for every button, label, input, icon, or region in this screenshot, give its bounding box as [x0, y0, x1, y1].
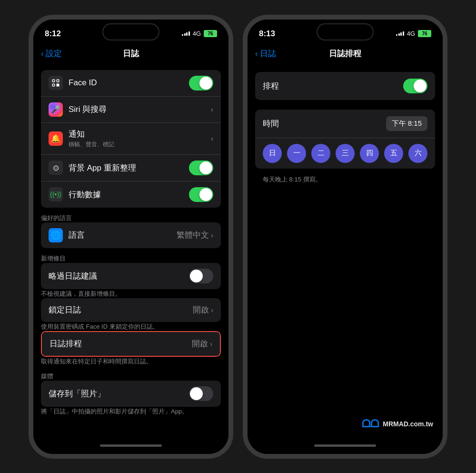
- bar3: [186, 32, 188, 36]
- save-photos-title: 儲存到「照片」: [49, 388, 189, 399]
- settings-group-language: 🌐 語言 繁體中文 ›: [41, 222, 221, 248]
- dynamic-island-2: [317, 23, 374, 40]
- skip-toggle[interactable]: [189, 269, 213, 283]
- bottom-bar-2: [248, 438, 443, 454]
- back-chevron-2: ‹: [255, 49, 258, 59]
- bar4b: [403, 31, 404, 36]
- row-schedule[interactable]: 日誌排程 開啟 ›: [42, 332, 220, 356]
- row-save-photos[interactable]: 儲存到「照片」: [41, 381, 221, 407]
- save-photos-knob: [190, 387, 203, 400]
- day-fri[interactable]: 五: [384, 144, 403, 163]
- back-chevron-1: ‹: [41, 49, 44, 59]
- background-icon: ⊙: [49, 161, 63, 175]
- nav-back-1[interactable]: ‹ 設定: [41, 48, 62, 59]
- scroll-content-1[interactable]: Face ID 🎤 Siri 與搜尋 ›: [33, 64, 228, 438]
- save-photos-toggle[interactable]: [189, 386, 213, 401]
- schedule-main-toggle-knob: [414, 80, 426, 92]
- schedule-main-toggle[interactable]: [403, 79, 427, 93]
- time-row[interactable]: 時間 下午 8:15: [255, 110, 435, 138]
- notification-text: 通知 橫幅、聲音、標記: [69, 129, 211, 149]
- scroll-content-2[interactable]: 排程 時間 下午 8:15: [248, 64, 443, 438]
- phone-1: 8:12 4G 76 ‹ 設定 日誌: [29, 15, 233, 459]
- schedule-value: 開啟: [192, 338, 208, 349]
- schedule-desc-2: 每天晚上 8:15 撰寫。: [255, 172, 435, 190]
- svg-rect-2: [52, 84, 55, 86]
- bar2: [184, 33, 186, 36]
- battery-icon-1: 76: [204, 30, 217, 37]
- home-indicator-1: [100, 444, 162, 447]
- bar4: [188, 31, 190, 36]
- siri-text: Siri 與搜尋: [69, 104, 211, 115]
- day-wed[interactable]: 三: [336, 144, 355, 163]
- dynamic-island-1: [102, 23, 159, 40]
- settings-group-top: Face ID 🎤 Siri 與搜尋 ›: [41, 70, 221, 208]
- phone-1-inner: 8:12 4G 76 ‹ 設定 日誌: [33, 20, 228, 454]
- settings-group-lock: 鎖定日誌 開啟 ›: [41, 298, 221, 322]
- language-text: 語言: [69, 230, 177, 241]
- save-photos-text: 儲存到「照片」: [49, 388, 189, 399]
- cellular-icon: ((•)): [49, 187, 63, 201]
- bar1: [182, 34, 183, 36]
- phone-2: 8:13 4G 76 ‹ 日誌 日誌排程: [243, 15, 447, 459]
- row-background[interactable]: ⊙ 背景 App 重新整理: [41, 155, 221, 181]
- background-toggle-knob: [199, 161, 212, 174]
- row-lock[interactable]: 鎖定日誌 開啟 ›: [41, 298, 221, 322]
- status-time-1: 8:12: [45, 29, 61, 39]
- siri-icon: 🎤: [49, 102, 63, 117]
- day-thu[interactable]: 四: [360, 144, 379, 163]
- day-tue[interactable]: 二: [311, 144, 330, 163]
- schedule-highlighted-container[interactable]: 日誌排程 開啟 ›: [41, 331, 221, 357]
- settings-group-media: 儲存到「照片」: [41, 381, 221, 407]
- notification-icon: 🔔: [49, 131, 63, 146]
- schedule-title: 日誌排程: [50, 338, 192, 349]
- watermark-text: MRMAD.com.tw: [383, 420, 433, 428]
- siri-chevron: ›: [211, 106, 213, 113]
- svg-rect-0: [52, 80, 55, 82]
- row-siri[interactable]: 🎤 Siri 與搜尋 ›: [41, 97, 221, 123]
- cellular-toggle[interactable]: [189, 187, 213, 202]
- day-sun[interactable]: 日: [263, 144, 282, 163]
- faceid-text: Face ID: [69, 78, 189, 88]
- day-sat[interactable]: 六: [408, 144, 427, 163]
- lock-title: 鎖定日誌: [49, 304, 193, 315]
- status-right-1: 4G 76: [182, 30, 217, 37]
- language-value: 繁體中文: [177, 230, 209, 241]
- lock-text: 鎖定日誌: [49, 304, 193, 315]
- faceid-toggle-knob: [199, 77, 212, 90]
- notification-chevron: ›: [211, 135, 213, 142]
- row-notifications[interactable]: 🔔 通知 橫幅、聲音、標記 ›: [41, 123, 221, 155]
- background-toggle[interactable]: [189, 161, 213, 175]
- schedule-toggle-row[interactable]: 排程: [255, 72, 435, 100]
- notification-title: 通知: [69, 129, 211, 140]
- siri-title: Siri 與搜尋: [69, 104, 211, 115]
- schedule-text: 日誌排程: [50, 338, 192, 349]
- row-cellular[interactable]: ((•)) 行動數據: [41, 181, 221, 208]
- cellular-text: 行動數據: [69, 189, 189, 200]
- faceid-title: Face ID: [69, 78, 189, 88]
- schedule-chevron: ›: [210, 340, 212, 348]
- time-card: 時間 下午 8:15 日 一 二: [255, 110, 435, 169]
- nav-back-2[interactable]: ‹ 日誌: [255, 48, 276, 59]
- bar3b: [400, 32, 402, 36]
- day-mon[interactable]: 一: [287, 144, 306, 163]
- network-label-1: 4G: [193, 30, 201, 37]
- media-desc: 將「日誌」中拍攝的照片和影片儲存到「照片」App。: [33, 405, 196, 421]
- home-indicator-2: [314, 444, 376, 447]
- notification-subtitle: 橫幅、聲音、標記: [69, 141, 211, 149]
- watermark-icon: ᗝᗝ: [362, 418, 379, 430]
- row-skip[interactable]: 略過日誌建議: [41, 263, 221, 289]
- schedule-section-content: 排程 時間 下午 8:15: [248, 64, 443, 197]
- nav-title-2: 日誌排程: [329, 48, 361, 59]
- row-language[interactable]: 🌐 語言 繁體中文 ›: [41, 222, 221, 248]
- faceid-toggle[interactable]: [189, 76, 213, 91]
- time-value[interactable]: 下午 8:15: [386, 116, 427, 131]
- bar2b: [398, 33, 400, 36]
- svg-rect-1: [57, 80, 59, 82]
- cellular-toggle-knob: [199, 188, 212, 201]
- row-faceid[interactable]: Face ID: [41, 70, 221, 97]
- lock-value: 開啟: [193, 304, 209, 315]
- nav-bar-1: ‹ 設定 日誌: [33, 43, 228, 64]
- bottom-bar-1: [33, 438, 228, 454]
- language-chevron: ›: [211, 231, 213, 239]
- back-label-1: 設定: [46, 48, 62, 59]
